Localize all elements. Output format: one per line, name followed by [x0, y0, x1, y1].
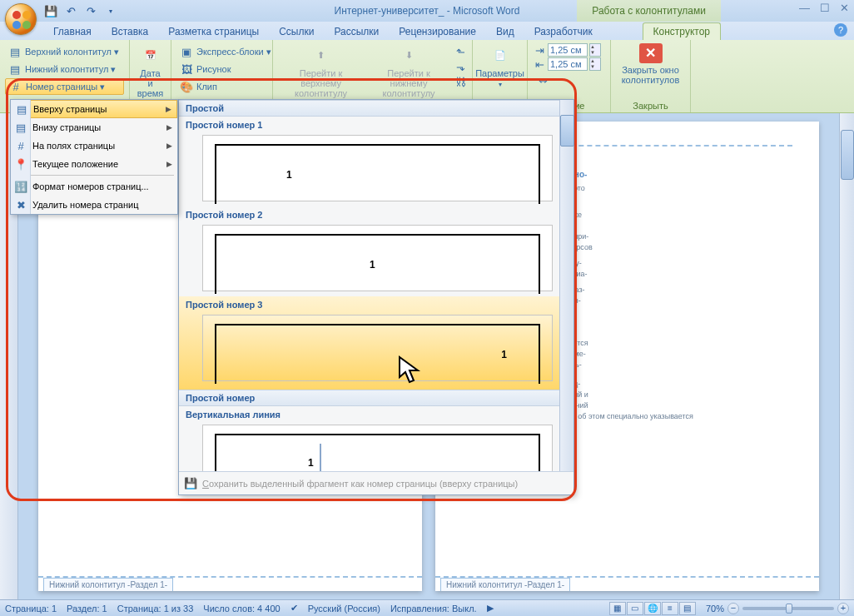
- help-icon[interactable]: ?: [834, 23, 847, 37]
- menu-margins[interactable]: # На полях страницы ▶: [11, 137, 177, 155]
- status-page-of[interactable]: Страница: 1 из 33: [117, 604, 194, 614]
- maximize-icon[interactable]: ☐: [820, 2, 830, 14]
- goto-footer-icon: ⬇: [395, 43, 422, 67]
- tab-insert[interactable]: Вставка: [102, 23, 159, 40]
- chevron-right-icon: ▶: [166, 123, 172, 132]
- picture-icon: 🖼: [180, 62, 193, 76]
- chevron-right-icon: ▶: [166, 105, 171, 113]
- status-page[interactable]: Страница: 1: [5, 604, 57, 614]
- footer-tag[interactable]: Нижний колонтитул -Раздел 1-: [440, 578, 570, 591]
- btn-quickparts[interactable]: ▣Экспресс-блоки ▾: [176, 43, 267, 60]
- btn-picture[interactable]: 🖼Рисунок: [176, 61, 267, 77]
- group-close: ✕ Закрыть окно колонтитулов Закрыть: [611, 40, 691, 112]
- tab-refs[interactable]: Ссылки: [269, 23, 324, 40]
- footer-tag[interactable]: Нижний колонтитул -Раздел 1-: [43, 578, 173, 591]
- btn-page-number[interactable]: #Номер страницы ▾: [5, 78, 124, 95]
- gallery-item-4[interactable]: Вертикальная линия 1: [179, 406, 559, 471]
- footer-bottom-icon: ⇤: [533, 57, 546, 71]
- btn-goto-header[interactable]: ⬆Перейти к верхнему колонтитулу: [278, 42, 364, 100]
- save-selection-button[interactable]: Сохранить выделенный фрагмент как номер …: [202, 479, 518, 489]
- status-bar: Страница: 1 Раздел: 1 Страница: 1 из 33 …: [0, 599, 854, 616]
- view-web[interactable]: 🌐: [644, 602, 661, 615]
- align-tab-icon: ⇔: [536, 73, 549, 87]
- gallery-category-2: Простой номер: [179, 390, 559, 406]
- header-top-icon: ⇥: [533, 43, 546, 57]
- qat-more-icon[interactable]: ▾: [103, 3, 118, 18]
- zoom-out-button[interactable]: −: [727, 603, 739, 614]
- btn-options[interactable]: 📄Параметры▾: [478, 42, 522, 92]
- gallery-scrollbar[interactable]: [559, 100, 573, 471]
- btn-goto-footer[interactable]: ⬇Перейти к нижнему колонтитулу: [367, 42, 450, 100]
- zoom-level[interactable]: 70%: [706, 604, 724, 614]
- spin-header-from-top[interactable]: ⇥ 1,25 см ▲▼: [533, 43, 605, 57]
- gallery-preview-4: 1: [202, 425, 553, 471]
- close-icon[interactable]: ✕: [840, 2, 849, 14]
- window-title: Интернет-университет_ - Microsoft Word: [335, 5, 520, 17]
- save-icon[interactable]: 💾: [43, 3, 58, 18]
- gallery-item-3[interactable]: Простой номер 3 1: [179, 296, 559, 390]
- tab-layout[interactable]: Разметка страницы: [158, 23, 269, 40]
- menu-bottom-of-page[interactable]: ▤ Внизу страницы ▶: [11, 118, 177, 137]
- mouse-cursor-icon: [398, 355, 421, 385]
- page-number-gallery: Простой Простой номер 1 1 Простой номер …: [178, 99, 574, 495]
- redo-icon[interactable]: ↷: [83, 3, 98, 18]
- view-outline[interactable]: ≡: [662, 602, 678, 615]
- minimize-icon[interactable]: —: [799, 2, 810, 14]
- tab-view[interactable]: Вид: [486, 23, 524, 40]
- options-icon: 📄: [487, 43, 514, 67]
- spinner-arrows-icon[interactable]: ▲▼: [589, 43, 601, 57]
- btn-bottom-footer[interactable]: ▤Нижний колонтитул ▾: [5, 61, 124, 77]
- view-draft[interactable]: ▤: [679, 602, 696, 615]
- office-button[interactable]: [5, 3, 37, 35]
- remove-icon: ✖: [14, 198, 27, 211]
- vertical-scrollbar[interactable]: [839, 113, 854, 599]
- next-section-icon[interactable]: ⬎: [454, 60, 467, 73]
- tab-mail[interactable]: Рассылки: [324, 23, 389, 40]
- view-print-layout[interactable]: ▦: [609, 602, 626, 615]
- status-language[interactable]: Русский (Россия): [308, 604, 380, 614]
- btn-clip[interactable]: 🎨Клип: [176, 78, 267, 95]
- quickparts-icon: ▣: [180, 45, 193, 58]
- prev-section-icon[interactable]: ⬑: [454, 45, 467, 58]
- zoom-slider-thumb[interactable]: [786, 604, 792, 614]
- btn-insert-align-tab[interactable]: ⇔: [533, 72, 605, 88]
- view-full-screen[interactable]: ▭: [627, 602, 643, 615]
- status-section[interactable]: Раздел: 1: [67, 604, 107, 614]
- menu-format-numbers[interactable]: 🔢 Формат номеров страниц...: [11, 177, 177, 196]
- status-word-count[interactable]: Число слов: 4 400: [203, 604, 280, 614]
- tab-review[interactable]: Рецензирование: [389, 23, 486, 40]
- status-macro-icon[interactable]: ▶: [487, 603, 494, 614]
- spinner-arrows-icon[interactable]: ▲▼: [589, 57, 601, 71]
- menu-current-position[interactable]: 📍 Текущее положение ▶: [11, 155, 177, 173]
- footer-icon: ▤: [8, 62, 22, 76]
- scrollbar-thumb[interactable]: [841, 130, 854, 180]
- ribbon-tabs: Главная Вставка Разметка страницы Ссылки…: [0, 22, 854, 40]
- menu-remove-numbers[interactable]: ✖ Удалить номера страниц: [11, 196, 177, 214]
- gallery-item-1[interactable]: Простой номер 1 1: [179, 117, 559, 201]
- goto-header-icon: ⬆: [308, 43, 335, 67]
- tab-dev[interactable]: Разработчик: [524, 23, 603, 40]
- context-tab-title: Работа с колонтитулами: [577, 0, 721, 22]
- zoom-in-button[interactable]: +: [837, 603, 849, 614]
- menu-top-of-page[interactable]: ▤ Вверху страницы ▶: [11, 100, 177, 118]
- status-proofing-icon[interactable]: ✔: [290, 603, 298, 614]
- undo-icon[interactable]: ↶: [63, 3, 78, 18]
- btn-top-header[interactable]: ▤Верхний колонтитул ▾: [5, 43, 124, 60]
- close-x-icon: ✕: [639, 43, 663, 63]
- zoom-control: 70% − +: [706, 603, 849, 614]
- datetime-icon: 📅: [137, 43, 164, 67]
- page-margins-icon: #: [14, 139, 27, 152]
- zoom-slider[interactable]: [742, 607, 834, 610]
- current-pos-icon: 📍: [14, 157, 27, 171]
- view-buttons: ▦ ▭ 🌐 ≡ ▤: [609, 602, 696, 615]
- btn-datetime[interactable]: 📅 Дата и время: [135, 42, 166, 100]
- link-previous-icon[interactable]: ⛓: [454, 75, 467, 88]
- status-track-changes[interactable]: Исправления: Выкл.: [390, 604, 477, 614]
- gallery-scroll-thumb[interactable]: [560, 115, 574, 147]
- gallery-item-2[interactable]: Простой номер 2 1: [179, 206, 559, 291]
- page-bottom-icon: ▤: [14, 121, 27, 134]
- tab-home[interactable]: Главная: [43, 23, 102, 40]
- btn-close-hf[interactable]: ✕ Закрыть окно колонтитулов: [616, 42, 685, 87]
- spin-footer-from-bottom[interactable]: ⇤ 1,25 см ▲▼: [533, 57, 605, 71]
- tab-designer[interactable]: Конструктор: [643, 22, 721, 40]
